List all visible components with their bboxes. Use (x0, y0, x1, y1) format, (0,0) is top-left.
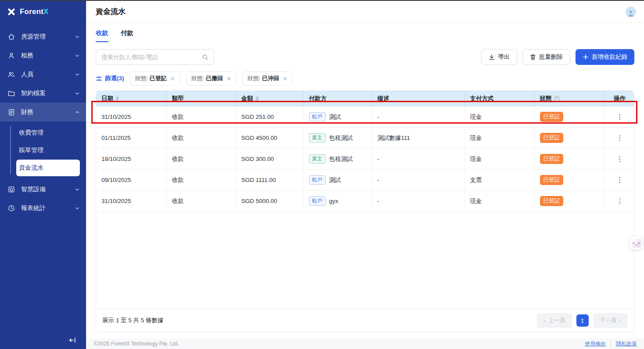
column-label: 付款方 (309, 95, 327, 103)
filter-chip[interactable]: 狀態: 已沖回✕ (242, 71, 293, 85)
tab-receipts[interactable]: 收款 (96, 29, 108, 42)
tab-bar: 收款付款 (86, 23, 644, 42)
add-record-label: 新增收款紀錄 (592, 53, 627, 61)
sidebar-submenu: 收費管理賬單管理資金流水 (0, 121, 86, 180)
payer-tag: 業主 (309, 154, 326, 164)
privacy-link[interactable]: 隱私政策 (616, 340, 637, 348)
sidebar-item-report[interactable]: 報表統計 (0, 199, 86, 217)
user-icon (7, 52, 15, 60)
filter-chip[interactable]: 狀態: 已登記✕ (130, 71, 180, 85)
export-label: 導出 (498, 53, 510, 61)
sidebar-item-home[interactable]: 房源管理 (0, 27, 86, 46)
table-row[interactable]: 31/10/2025收款SGD 5000.00租戶gyx-現金已登記⋮ (96, 191, 634, 212)
user-avatar[interactable] (626, 7, 636, 17)
page-number-1[interactable]: 1 (576, 314, 589, 327)
column-label: 描述 (378, 95, 389, 103)
cell-date: 09/10/2025 (96, 170, 166, 191)
sidebar-item-device[interactable]: 智慧設備 (0, 180, 86, 199)
add-record-button[interactable]: 新增收款紀錄 (576, 49, 634, 65)
chip-close-icon[interactable]: ✕ (170, 76, 175, 82)
records-table: 日期類型金額付款方描述支付方式狀態?操作 31/10/2025收款SGD 251… (96, 91, 634, 212)
chip-value: 已撤回 (206, 75, 223, 82)
table-row[interactable]: 18/10/2025收款SGD 300.00業主包租測試-現金已登記⋮ (96, 149, 634, 170)
sidebar-subitem[interactable]: 收費管理 (16, 125, 80, 141)
row-menu-icon[interactable]: ⋮ (614, 113, 626, 121)
filter-label: 篩選(3) (105, 75, 124, 82)
chip-value: 已登記 (150, 75, 167, 82)
cell-status: 已登記 (534, 149, 604, 170)
sort-icon[interactable] (115, 96, 119, 101)
batch-delete-button[interactable]: 批量刪除 (522, 49, 570, 65)
column-header-status: 狀態? (534, 91, 604, 107)
cell-description: - (372, 170, 464, 191)
cell-actions: ⋮ (604, 128, 634, 149)
row-menu-icon[interactable]: ⋮ (614, 134, 626, 142)
column-header-amount[interactable]: 金額 (236, 91, 303, 107)
chip-field: 狀態: (248, 75, 261, 82)
cell-amount: SGD 5000.00 (236, 191, 303, 212)
cell-status: 已登記 (534, 191, 604, 212)
chip-close-icon[interactable]: ✕ (227, 76, 231, 82)
filter-row: 篩選(3) 狀態: 已登記✕狀態: 已撤回✕狀態: 已沖回✕ (86, 65, 644, 85)
page-title: 資金流水 (96, 7, 126, 17)
cell-type: 收款 (166, 149, 236, 170)
cell-type: 收款 (166, 191, 236, 212)
table-row[interactable]: 01/11/2025收款SGD 4500.00業主包租測試測試數據111現金已登… (96, 128, 634, 149)
row-menu-icon[interactable]: ⋮ (614, 176, 626, 185)
sidebar-item-label: 房源管理 (21, 33, 46, 41)
help-icon[interactable]: ? (554, 96, 560, 102)
cell-method: 支票 (464, 170, 534, 191)
chevron-down-icon (75, 72, 80, 77)
table-row[interactable]: 31/10/2025收款SGD 251.00租戶測試-現金已登記⋮ (96, 107, 634, 128)
pagination-bar: 展示 1 至 5 共 5 條數據 ‹ 上一頁 1 下一頁 › (96, 309, 634, 332)
cell-status: 已登記 (534, 128, 604, 149)
report-icon (7, 204, 15, 212)
row-menu-icon[interactable]: ⋮ (614, 155, 626, 164)
sidebar-item-label: 智慧設備 (21, 185, 46, 193)
sidebar-item-user[interactable]: 租務 (0, 46, 86, 65)
export-button[interactable]: 導出 (481, 49, 517, 65)
chevron-left-icon: ‹ (543, 317, 545, 324)
users-icon (7, 71, 15, 78)
column-label: 金額 (241, 95, 253, 103)
assistant-widget-button[interactable]: >‿< (630, 236, 643, 249)
table-empty-space (96, 212, 634, 309)
pagination-summary: 展示 1 至 5 共 5 條數據 (102, 317, 164, 324)
row-menu-icon[interactable]: ⋮ (614, 197, 626, 206)
cell-date: 31/10/2025 (96, 191, 166, 212)
table-row[interactable]: 09/10/2025收款SGD 1111.00租戶測試-支票已登記⋮ (96, 170, 634, 191)
column-header-date[interactable]: 日期 (96, 91, 166, 107)
next-page-label: 下一頁 (600, 317, 617, 324)
payer-tag: 租戶 (309, 175, 326, 185)
sidebar-item-users[interactable]: 人員 (0, 65, 86, 84)
cell-payer: 租戶gyx (303, 191, 372, 212)
home-icon (7, 33, 15, 41)
sidebar-collapse-icon[interactable] (68, 337, 76, 344)
terms-link[interactable]: 使用條款 (585, 340, 606, 348)
filter-chip[interactable]: 狀態: 已撤回✕ (186, 71, 237, 85)
sidebar-subitem[interactable]: 資金流水 (16, 160, 80, 176)
batch-delete-label: 批量刪除 (539, 53, 563, 61)
filter-button[interactable]: 篩選(3) (96, 75, 124, 82)
payer-tag: 業主 (309, 133, 326, 142)
chevron-right-icon: › (619, 317, 621, 324)
chip-close-icon[interactable]: ✕ (283, 76, 288, 82)
prev-page-button[interactable]: ‹ 上一頁 (537, 313, 572, 328)
tab-payments[interactable]: 付款 (121, 29, 133, 42)
column-header-payer: 付款方 (303, 91, 372, 107)
cell-type: 收款 (166, 170, 236, 191)
sidebar-item-folder[interactable]: 契約檔案 (0, 84, 86, 103)
sidebar-item-label: 人員 (21, 71, 33, 78)
chip-field: 狀態: (191, 75, 205, 82)
sort-icon[interactable] (255, 96, 259, 101)
toolbar: 導出 批量刪除 新增收款紀錄 (86, 42, 644, 65)
payer-name: 測試 (329, 176, 341, 184)
chevron-up-icon (75, 110, 80, 115)
sidebar-subitem[interactable]: 賬單管理 (16, 142, 80, 159)
filter-sliders-icon (96, 75, 102, 82)
sidebar-item-finance[interactable]: 財務 (0, 103, 86, 121)
next-page-button[interactable]: 下一頁 › (593, 313, 628, 328)
search-input[interactable] (101, 54, 198, 61)
search-icon[interactable] (202, 54, 209, 61)
cell-date: 18/10/2025 (96, 149, 166, 170)
